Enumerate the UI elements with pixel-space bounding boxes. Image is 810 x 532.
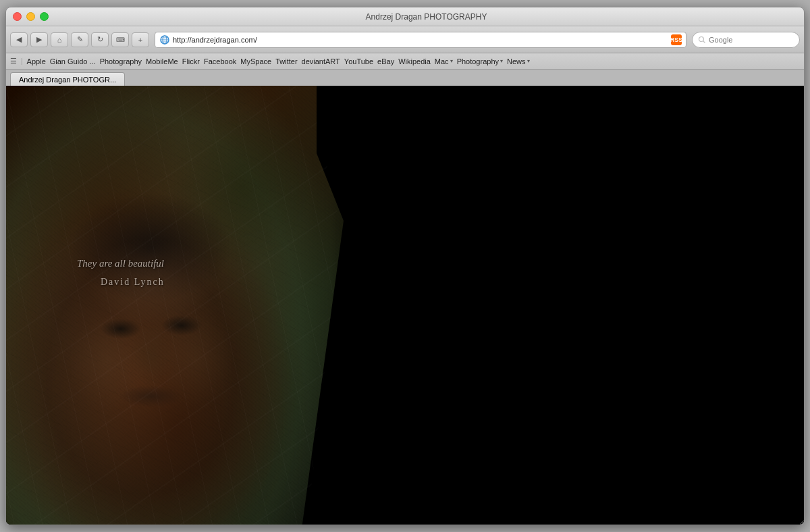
tab-label: Andrzej Dragan PHOTOGR... (19, 76, 116, 84)
forward-button[interactable]: ▶ (30, 32, 48, 47)
dark-overlay (331, 86, 804, 525)
bookmark-apple[interactable]: Apple (27, 57, 46, 65)
bookmark-ebay[interactable]: eBay (377, 57, 394, 65)
active-tab[interactable]: Andrzej Dragan PHOTOGR... (10, 72, 125, 86)
bookmark-myspace[interactable]: MySpace (240, 57, 271, 65)
web-content[interactable]: They are all beautiful David Lynch (6, 86, 804, 525)
bookmark-mobileme[interactable]: MobileMe (146, 57, 178, 65)
maximize-button[interactable] (40, 12, 49, 21)
back-button[interactable]: ◀ (10, 32, 28, 47)
search-bar[interactable] (692, 32, 800, 48)
browser-window: Andrzej Dragan PHOTOGRAPHY ◀ ▶ ⌂ ✎ ↻ ⌨ + (5, 7, 805, 525)
mac-dropdown-arrow: ▾ (450, 58, 453, 64)
bookmark-photography-2[interactable]: Photography▾ (457, 57, 503, 65)
photo-background: They are all beautiful David Lynch (6, 86, 804, 525)
bookmark-news[interactable]: News▾ (507, 57, 530, 65)
edit-button[interactable]: ✎ (71, 32, 88, 47)
bookmark-twitter[interactable]: Twitter (275, 57, 297, 65)
resize-icon (796, 518, 804, 525)
portrait-image (6, 86, 344, 525)
keyboard-button[interactable]: ⌨ (111, 32, 129, 47)
bookmarks-bar: ☰ | Apple Gian Guido ... Photography Mob… (6, 53, 804, 70)
window-title: Andrzej Dragan PHOTOGRAPHY (55, 12, 797, 22)
globe-icon (159, 34, 170, 45)
news-dropdown-arrow: ▾ (527, 58, 530, 64)
search-input[interactable] (709, 36, 802, 44)
window-controls (13, 12, 49, 21)
rss-icon[interactable]: RSS (671, 34, 682, 45)
bookmark-wikipedia[interactable]: Wikipedia (398, 57, 431, 65)
svg-line-6 (703, 41, 705, 43)
bookmark-mac[interactable]: Mac▾ (435, 57, 453, 65)
title-bar: Andrzej Dragan PHOTOGRAPHY (6, 7, 804, 26)
url-input[interactable] (173, 36, 668, 44)
bookmark-deviantart[interactable]: deviantART (302, 57, 340, 65)
photo-dropdown-arrow: ▾ (500, 58, 503, 64)
resize-handle[interactable] (796, 516, 804, 525)
search-icon (698, 36, 706, 44)
bookmark-facebook[interactable]: Facebook (204, 57, 236, 65)
refresh-button[interactable]: ↻ (91, 32, 109, 47)
bookmark-gian-guido[interactable]: Gian Guido ... (50, 57, 96, 65)
tab-bar: Andrzej Dragan PHOTOGR... (6, 70, 804, 86)
home-button[interactable]: ⌂ (51, 32, 68, 47)
add-tab-button[interactable]: + (132, 32, 149, 47)
svg-point-5 (699, 36, 704, 41)
reading-list-icon[interactable]: ☰ (10, 57, 17, 65)
bookmark-flickr[interactable]: Flickr (182, 57, 200, 65)
bookmark-youtube[interactable]: YouTube (344, 57, 373, 65)
browser-toolbar: ◀ ▶ ⌂ ✎ ↻ ⌨ + (6, 26, 804, 53)
address-bar[interactable]: RSS (155, 32, 686, 48)
svg-line-8 (801, 523, 804, 525)
minimize-button[interactable] (26, 12, 35, 21)
bookmark-photography-1[interactable]: Photography (100, 57, 142, 65)
close-button[interactable] (13, 12, 22, 21)
